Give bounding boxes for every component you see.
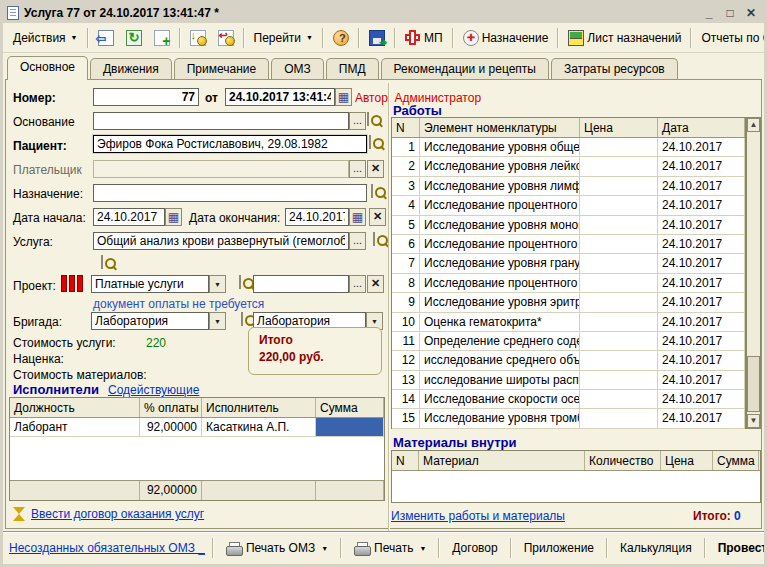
table-row[interactable]: 2 Исследование уровня лейко… 24.10.2017 <box>392 157 745 176</box>
magnifier-icon[interactable] <box>369 135 371 149</box>
table-row[interactable]: 13 исследование широты распр… 24.10.2017 <box>392 371 745 390</box>
table-row[interactable]: 6 Исследование процентного … 24.10.2017 <box>392 235 745 254</box>
tab-3[interactable]: Примечание <box>174 58 269 79</box>
contract-button[interactable]: Договор <box>447 538 502 558</box>
reread-button[interactable] <box>92 26 120 50</box>
service-search-icon[interactable] <box>101 255 103 269</box>
close-button[interactable]: ✕ <box>742 6 760 21</box>
table-row[interactable]: 11 Определение среднего соде… 24.10.2017 <box>392 332 745 351</box>
column-header[interactable]: Сумма <box>316 398 384 417</box>
patient-input[interactable] <box>93 135 367 153</box>
help-button[interactable] <box>327 26 355 50</box>
project-extra-input[interactable] <box>253 275 349 293</box>
column-header[interactable]: Цена <box>580 118 658 137</box>
mp-button[interactable]: МП <box>399 26 449 50</box>
scroll-up-icon[interactable]: ▲ <box>747 118 760 132</box>
assignment-button[interactable]: Назначение <box>457 26 555 50</box>
calendar-icon[interactable] <box>165 208 182 226</box>
omz-missing-link[interactable]: Несозданных обязательных ОМЗ _ <box>9 541 205 555</box>
magnifier-icon[interactable] <box>367 112 369 126</box>
magnifier-icon[interactable] <box>371 184 373 198</box>
column-header[interactable]: Должность <box>10 398 140 417</box>
tab-2[interactable]: Движения <box>90 58 172 79</box>
refresh-button[interactable] <box>120 26 148 50</box>
table-row[interactable]: 14 Исследование скорости осе… 24.10.2017 <box>392 390 745 409</box>
column-header[interactable]: Элемент номенклатуры <box>420 118 580 137</box>
table-row[interactable]: Лаборант 92,00000 Касаткина А.П. <box>10 418 384 437</box>
ellipsis-button[interactable]: ... <box>349 232 366 250</box>
table-row[interactable]: 1 Исследование уровня общег… 24.10.2017 <box>392 138 745 157</box>
print-button[interactable]: Печать▼ <box>349 538 431 558</box>
post-payment-button[interactable] <box>184 26 212 50</box>
table-row[interactable]: 5 Исследование уровня моноц… 24.10.2017 <box>392 216 745 235</box>
contract-link[interactable]: Ввести договор оказания услуг <box>31 507 204 521</box>
column-header[interactable]: N <box>392 451 419 470</box>
actions-menu-button[interactable]: Действия▼ <box>7 27 84 49</box>
date-start-input[interactable] <box>93 208 165 226</box>
scrollbar-thumb[interactable] <box>747 356 760 412</box>
clear-icon[interactable]: ✕ <box>367 275 384 293</box>
basis-input[interactable] <box>93 112 349 130</box>
clear-icon[interactable]: ✕ <box>367 160 384 178</box>
print-omz-button[interactable]: Печать ОМЗ▼ <box>221 538 333 558</box>
column-header[interactable]: Материал <box>419 451 585 470</box>
table-row[interactable]: 9 Исследование уровня эритр… 24.10.2017 <box>392 293 745 312</box>
column-header[interactable]: Сумма <box>713 451 759 470</box>
works-scrollbar[interactable]: ▲ ▼ <box>746 117 761 429</box>
ellipsis-button[interactable]: ... <box>349 160 366 178</box>
table-row[interactable]: 4 Исследование процентного … 24.10.2017 <box>392 196 745 215</box>
goto-menu-button[interactable]: Перейти▼ <box>248 27 320 49</box>
table-row[interactable]: 8 Исследование процентного … 24.10.2017 <box>392 274 745 293</box>
cancel-payment-button[interactable] <box>212 26 240 50</box>
column-header[interactable]: N <box>392 118 420 137</box>
column-header[interactable]: Дата <box>658 118 745 137</box>
ellipsis-button[interactable]: ... <box>349 112 366 130</box>
chevron-down-icon[interactable] <box>209 275 226 293</box>
clear-icon[interactable]: ✕ <box>369 208 386 226</box>
calendar-icon[interactable] <box>349 208 366 226</box>
number-input[interactable] <box>93 88 199 106</box>
tab-1[interactable]: Основное <box>7 56 88 80</box>
chevron-down-icon[interactable] <box>209 312 226 330</box>
attachment-button[interactable]: Приложение <box>519 538 599 558</box>
magnifier-icon[interactable] <box>373 232 375 246</box>
tab-5[interactable]: ПМД <box>326 58 379 79</box>
assistants-link[interactable]: Содействующие <box>108 383 199 397</box>
tab-6[interactable]: Рекомендации и рецепты <box>381 58 549 79</box>
tab-4[interactable]: ОМЗ <box>271 58 324 79</box>
assignment-input[interactable] <box>93 184 367 202</box>
column-header[interactable]: Количество <box>585 451 661 470</box>
post-button[interactable]: Провести <box>713 538 767 558</box>
copy-button[interactable] <box>148 26 176 50</box>
edit-works-link[interactable]: Изменить работы и материалы <box>391 509 565 523</box>
pane-splitter[interactable] <box>388 83 390 531</box>
table-row[interactable]: 7 Исследование уровня грану… 24.10.2017 <box>392 254 745 273</box>
column-header[interactable]: Исполнитель <box>202 398 316 417</box>
column-header[interactable]: Цена <box>661 451 713 470</box>
ellipsis-button[interactable]: ... <box>349 275 366 293</box>
table-row[interactable]: 12 исследование среднего объ… 24.10.2017 <box>392 351 745 370</box>
works-table: NЭлемент номенклатурыЦенаДата 1 Исследов… <box>391 117 746 429</box>
omz-reports-button[interactable]: Отчеты по ОМЗ▼ <box>695 27 767 49</box>
column-header[interactable]: % оплаты <box>140 398 202 417</box>
table-row[interactable]: 10 Оценка гематокрита* 24.10.2017 <box>392 313 745 332</box>
brigade-combo[interactable] <box>91 312 209 330</box>
assignment-sheet-button[interactable]: Лист назначений <box>562 26 687 50</box>
date-end-input[interactable] <box>285 208 349 226</box>
magnifier-icon[interactable] <box>241 312 243 326</box>
project-combo[interactable] <box>91 275 209 293</box>
calendar-icon[interactable] <box>335 88 352 106</box>
datetime-input[interactable] <box>225 88 335 106</box>
scroll-down-icon[interactable]: ▼ <box>747 414 760 428</box>
save-register-button[interactable] <box>363 26 391 50</box>
table-row[interactable]: 3 Исследование уровня лимф… 24.10.2017 <box>392 177 745 196</box>
magnifier-icon[interactable] <box>239 275 241 289</box>
calculation-button[interactable]: Калькуляция <box>615 538 697 558</box>
footer-empty <box>10 481 140 500</box>
table-row[interactable]: 15 Исследование уровня тромб… 24.10.2017 <box>392 409 745 428</box>
minimize-button[interactable]: _ <box>700 6 718 21</box>
tab-7[interactable]: Затраты ресурсов <box>551 58 678 79</box>
payer-input[interactable] <box>93 160 349 178</box>
maximize-button[interactable]: □ <box>721 6 739 21</box>
service-input[interactable] <box>93 232 349 250</box>
